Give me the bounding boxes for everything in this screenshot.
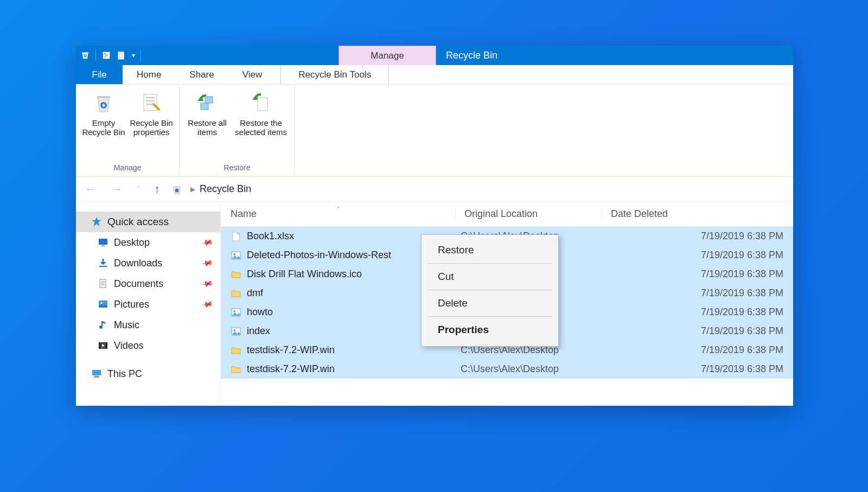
sidebar-item-label: Downloads <box>114 258 162 269</box>
separator <box>141 50 141 61</box>
pictures-icon <box>98 299 108 310</box>
trash-icon <box>93 92 114 114</box>
sidebar-item-label: Pictures <box>114 299 149 310</box>
restore-selected-icon <box>250 92 272 114</box>
file-date-deleted: 7/19/2019 6:38 PM <box>610 231 793 242</box>
button-label: Recycle Bin properties <box>129 118 174 137</box>
svg-rect-14 <box>99 239 107 245</box>
svg-point-2 <box>104 53 106 55</box>
recycle-bin-properties-button[interactable]: Recycle Bin properties <box>129 89 174 162</box>
ribbon-group-label: Manage <box>114 163 142 172</box>
context-menu-cut[interactable]: Cut <box>423 265 557 289</box>
file-name: testdisk-7.2-WIP.win <box>247 363 461 375</box>
svg-point-13 <box>175 188 179 192</box>
file-type-icon <box>231 288 241 299</box>
file-type-icon <box>231 269 241 280</box>
context-menu: Restore Cut Delete Properties <box>421 234 559 347</box>
recycle-bin-icon <box>80 50 90 60</box>
forward-button[interactable]: → <box>107 182 126 196</box>
svg-point-32 <box>233 253 235 255</box>
pin-icon: 📌 <box>201 278 213 290</box>
restore-all-icon <box>196 92 218 114</box>
desktop-icon <box>98 237 108 248</box>
file-date-deleted: 7/19/2019 6:38 PM <box>610 363 793 375</box>
sidebar-item-desktop[interactable]: Desktop 📌 <box>76 232 220 253</box>
svg-rect-27 <box>92 370 101 375</box>
sidebar-item-label: Videos <box>114 340 144 352</box>
tab-share[interactable]: Share <box>175 65 228 84</box>
sidebar-item-label: Quick access <box>107 216 169 228</box>
up-button[interactable]: ↑ <box>151 182 163 196</box>
file-type-icon <box>231 231 241 242</box>
column-header-name[interactable]: ˄ Name <box>221 208 455 220</box>
sidebar-item-quick-access[interactable]: Quick access <box>76 212 220 232</box>
svg-rect-26 <box>106 342 107 349</box>
tab-view[interactable]: View <box>228 65 277 84</box>
sidebar-item-downloads[interactable]: Downloads 📌 <box>76 253 220 273</box>
navigation-bar: ← → ˅ ↑ ▶ Recycle Bin <box>76 177 793 202</box>
button-label: Empty Recycle Bin <box>81 118 126 137</box>
svg-rect-25 <box>99 342 100 349</box>
sidebar-item-music[interactable]: Music <box>76 315 220 335</box>
pin-icon: 📌 <box>201 257 213 270</box>
restore-selected-items-button[interactable]: Restore the selected items <box>233 89 289 162</box>
quick-access-toolbar: ▾ <box>76 46 145 65</box>
titlebar: ▾ Manage Recycle Bin <box>76 46 793 65</box>
properties-icon[interactable] <box>101 50 111 60</box>
svg-point-36 <box>233 329 235 331</box>
navigation-pane: Quick access Desktop 📌 Downloads 📌 Docum… <box>76 202 221 406</box>
svg-rect-4 <box>97 96 110 98</box>
separator <box>428 316 552 317</box>
this-pc-icon <box>91 368 102 379</box>
column-header-date-deleted[interactable]: Date Deleted <box>602 208 793 220</box>
button-label: Restore the selected items <box>233 118 289 137</box>
separator <box>95 50 96 61</box>
svg-point-34 <box>233 310 235 312</box>
contextual-tab-manage[interactable]: Manage <box>339 46 436 65</box>
context-menu-restore[interactable]: Restore <box>423 238 557 262</box>
column-header-original-location[interactable]: Original Location <box>455 208 602 220</box>
tab-home[interactable]: Home <box>123 65 175 84</box>
sidebar-item-label: Documents <box>114 278 163 290</box>
sidebar-item-this-pc[interactable]: This PC <box>76 363 220 384</box>
file-row[interactable]: testdisk-7.2-WIP.winC:\Users\Alex\Deskto… <box>221 360 793 379</box>
file-type-icon <box>231 307 241 318</box>
star-icon <box>91 216 102 227</box>
file-date-deleted: 7/19/2019 6:38 PM <box>610 269 793 280</box>
sort-indicator-icon: ˄ <box>337 206 340 212</box>
new-folder-icon[interactable] <box>117 50 126 60</box>
separator <box>428 290 552 290</box>
address-bar[interactable]: ▶ Recycle Bin <box>171 183 788 195</box>
sidebar-item-videos[interactable]: Videos <box>76 335 220 356</box>
sidebar-item-documents[interactable]: Documents 📌 <box>76 273 220 294</box>
restore-all-items-button[interactable]: Restore all items <box>185 89 229 162</box>
videos-icon <box>98 340 108 351</box>
tab-file[interactable]: File <box>76 65 123 84</box>
svg-rect-29 <box>93 377 100 378</box>
sidebar-item-label: This PC <box>107 368 142 380</box>
ribbon-tabs: File Home Share View Recycle Bin Tools <box>76 65 793 85</box>
pin-icon: 📌 <box>201 237 213 249</box>
content-area: Quick access Desktop 📌 Downloads 📌 Docum… <box>76 202 793 406</box>
context-menu-delete[interactable]: Delete <box>423 291 557 315</box>
context-menu-properties[interactable]: Properties <box>423 318 557 342</box>
sidebar-item-label: Music <box>114 320 139 331</box>
ribbon-group-manage: Empty Recycle Bin Recycle Bin properties… <box>76 85 180 176</box>
pin-icon: 📌 <box>201 298 213 311</box>
file-date-deleted: 7/19/2019 6:38 PM <box>610 344 793 356</box>
column-headers: ˄ Name Original Location Date Deleted <box>221 202 793 227</box>
ribbon: Empty Recycle Bin Recycle Bin properties… <box>76 85 793 177</box>
tab-recycle-bin-tools[interactable]: Recycle Bin Tools <box>280 65 389 84</box>
recent-locations-dropdown[interactable]: ˅ <box>133 186 143 193</box>
svg-rect-6 <box>144 94 157 111</box>
button-label: Restore all items <box>185 118 229 137</box>
documents-icon <box>98 278 108 289</box>
back-button[interactable]: ← <box>81 182 100 196</box>
separator <box>428 263 552 264</box>
breadcrumb-location: Recycle Bin <box>200 183 251 195</box>
empty-recycle-bin-button[interactable]: Empty Recycle Bin <box>81 89 126 162</box>
qat-dropdown-icon[interactable]: ▾ <box>132 52 135 59</box>
svg-point-23 <box>99 325 103 329</box>
sidebar-item-pictures[interactable]: Pictures 📌 <box>76 294 220 315</box>
svg-rect-10 <box>205 97 213 103</box>
